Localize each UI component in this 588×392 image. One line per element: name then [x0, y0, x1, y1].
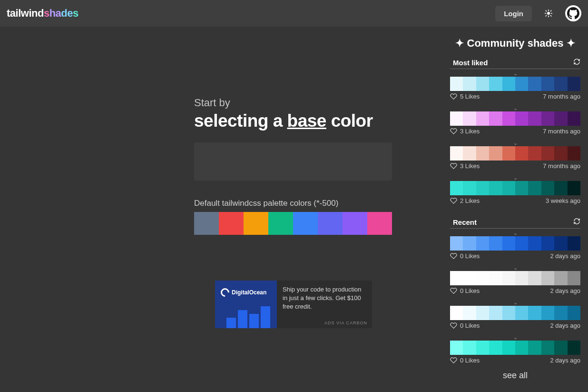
- chevron-down-icon[interactable]: ⌄: [450, 231, 580, 236]
- shade-row[interactable]: [450, 181, 580, 195]
- shade-row[interactable]: [450, 341, 580, 355]
- shade-item: ⌄0 Likes2 days ago: [450, 231, 580, 260]
- palette-swatch[interactable]: [318, 212, 343, 235]
- heart-icon: [450, 252, 457, 260]
- shade-meta: 0 Likes2 days ago: [450, 357, 580, 364]
- shade-item: ⌄0 Likes2 days ago: [450, 301, 580, 329]
- shade-time: 2 days ago: [550, 287, 580, 294]
- shade-meta: 5 Likes7 months ago: [450, 93, 580, 100]
- like-button[interactable]: 0 Likes: [450, 322, 480, 329]
- shade-meta: 2 Likes3 weeks ago: [450, 197, 580, 204]
- chevron-down-icon[interactable]: ⌄: [450, 107, 580, 111]
- refresh-icon: [573, 218, 580, 225]
- shade-row[interactable]: [450, 111, 580, 126]
- like-button[interactable]: 0 Likes: [450, 287, 480, 294]
- ad-attribution: ADS VIA CARBON: [324, 321, 367, 325]
- shade-item: ⌄5 Likes7 months ago: [450, 72, 580, 100]
- shade-row[interactable]: [450, 306, 580, 320]
- shade-item: ⌄0 Likes2 days ago: [450, 266, 580, 294]
- shade-row[interactable]: [450, 236, 580, 251]
- shade-item: ⌄2 Likes3 weeks ago: [450, 176, 580, 204]
- ad-brand: DigitalOcean: [221, 288, 266, 297]
- carbon-ad[interactable]: DigitalOcean Ship your code to productio…: [215, 281, 372, 328]
- theme-toggle-button[interactable]: [538, 5, 559, 22]
- heart-icon: [450, 322, 457, 329]
- shade-meta: 0 Likes2 days ago: [450, 252, 580, 260]
- shade-time: 7 months ago: [543, 128, 580, 135]
- community-sidebar: ✦ Community shades ✦ Most liked ⌄5 Likes…: [450, 28, 588, 381]
- shade-time: 7 months ago: [543, 162, 580, 170]
- palette-swatch[interactable]: [367, 212, 392, 235]
- intro-text: Start by: [194, 97, 450, 109]
- palette-swatch[interactable]: [268, 212, 293, 235]
- heart-icon: [450, 287, 457, 294]
- shade-time: 2 days ago: [550, 357, 580, 364]
- like-button[interactable]: 2 Likes: [450, 197, 480, 204]
- recent-header: Recent: [450, 218, 580, 229]
- see-all-link[interactable]: see all: [450, 371, 580, 381]
- shade-item: ⌄3 Likes7 months ago: [450, 107, 580, 135]
- github-icon: [567, 7, 579, 20]
- github-link[interactable]: [565, 5, 581, 21]
- sun-icon: [544, 9, 553, 18]
- palette-swatch[interactable]: [194, 212, 219, 235]
- shade-item: ⌄3 Likes7 months ago: [450, 141, 580, 170]
- shade-time: 2 days ago: [550, 252, 580, 260]
- chevron-down-icon[interactable]: ⌄: [450, 266, 580, 271]
- palette-swatch[interactable]: [244, 212, 268, 235]
- like-button[interactable]: 3 Likes: [450, 128, 480, 135]
- login-button[interactable]: Login: [495, 6, 532, 21]
- shade-time: 7 months ago: [543, 93, 580, 100]
- shade-meta: 0 Likes2 days ago: [450, 322, 580, 329]
- heart-icon: [450, 128, 457, 135]
- shade-row[interactable]: [450, 271, 580, 285]
- heart-icon: [450, 162, 457, 170]
- header-actions: Login: [495, 5, 581, 22]
- shade-meta: 3 Likes7 months ago: [450, 128, 580, 135]
- shade-time: 3 weeks ago: [546, 197, 580, 204]
- heart-icon: [450, 197, 457, 204]
- refresh-icon: [573, 58, 580, 65]
- like-button[interactable]: 5 Likes: [450, 93, 480, 100]
- intro-heading: selecting a base color: [194, 111, 450, 131]
- heart-icon: [450, 357, 457, 364]
- shade-row[interactable]: [450, 146, 580, 161]
- logo[interactable]: tailwindshades: [7, 7, 78, 20]
- ad-image: DigitalOcean: [215, 281, 277, 328]
- chevron-down-icon[interactable]: ⌄: [450, 301, 580, 306]
- palette-swatch[interactable]: [219, 212, 244, 235]
- shade-item: ⌄0 Likes2 days ago: [450, 336, 580, 364]
- palette-label: Default tailwindcss palette colors (*-50…: [194, 199, 450, 208]
- shade-meta: 0 Likes2 days ago: [450, 287, 580, 294]
- like-button[interactable]: 3 Likes: [450, 162, 480, 170]
- main-content: Start by selecting a base color Default …: [0, 28, 450, 381]
- palette-swatch[interactable]: [343, 212, 367, 235]
- like-button[interactable]: 0 Likes: [450, 252, 480, 260]
- refresh-button[interactable]: [570, 218, 580, 226]
- base-color-input[interactable]: [194, 142, 392, 181]
- chevron-down-icon[interactable]: ⌄: [450, 176, 580, 181]
- shade-row[interactable]: [450, 77, 580, 91]
- chevron-down-icon[interactable]: ⌄: [450, 141, 580, 146]
- chevron-down-icon[interactable]: ⌄: [450, 72, 580, 77]
- shade-meta: 3 Likes7 months ago: [450, 162, 580, 170]
- palette-swatch[interactable]: [293, 212, 318, 235]
- like-button[interactable]: 0 Likes: [450, 357, 480, 364]
- default-palette: [194, 212, 392, 235]
- most-liked-header: Most liked: [450, 58, 580, 69]
- header: tailwindshades Login: [0, 0, 588, 27]
- digitalocean-icon: [219, 286, 231, 298]
- svg-point-0: [547, 12, 550, 15]
- chevron-down-icon[interactable]: ⌄: [450, 336, 580, 341]
- refresh-button[interactable]: [570, 58, 580, 67]
- shade-time: 2 days ago: [550, 322, 580, 329]
- community-title: ✦ Community shades ✦: [450, 37, 580, 50]
- heart-icon: [450, 93, 457, 100]
